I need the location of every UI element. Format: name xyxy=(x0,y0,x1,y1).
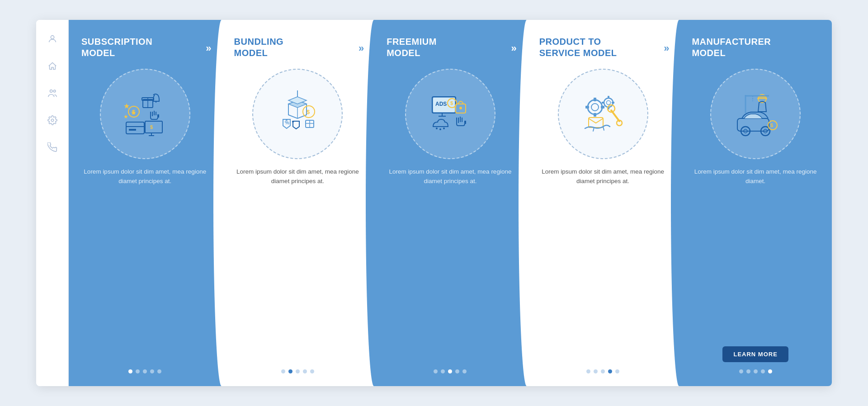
dot-2 xyxy=(441,369,445,373)
dot-5 xyxy=(768,369,772,373)
svg-point-1 xyxy=(50,90,52,93)
svg-text:ADS: ADS xyxy=(435,101,447,107)
dot-2 xyxy=(288,369,292,373)
learn-more-button[interactable]: LEARN MORE xyxy=(722,346,788,362)
manufacturer-title: MANUFACTURERMODEL xyxy=(692,36,819,59)
cards-container: » SUBSCRIPTIONMODEL ★ ★ ★ xyxy=(69,20,832,386)
svg-rect-59 xyxy=(608,96,609,99)
svg-text:$: $ xyxy=(132,109,136,115)
svg-point-48 xyxy=(436,127,438,129)
phone-icon[interactable] xyxy=(46,141,59,154)
svg-text:$: $ xyxy=(307,109,310,115)
settings-icon[interactable] xyxy=(46,114,59,127)
subscription-card: » SUBSCRIPTIONMODEL ★ ★ ★ xyxy=(69,20,222,386)
dot-1 xyxy=(739,369,743,373)
dot-3 xyxy=(448,369,452,373)
pts-title: PRODUCT TOSERVICE MODEL xyxy=(539,36,667,59)
svg-rect-56 xyxy=(601,106,604,109)
dot-1 xyxy=(128,369,132,373)
svg-rect-71 xyxy=(737,118,769,131)
dot-5 xyxy=(310,369,314,373)
dot-3 xyxy=(601,369,605,373)
svg-point-58 xyxy=(606,101,610,105)
pts-dots xyxy=(539,369,667,373)
svg-rect-55 xyxy=(585,106,589,109)
card-arrow-2: » xyxy=(359,42,364,54)
pts-card: » PRODUCT TOSERVICE MODEL xyxy=(527,20,679,386)
card-arrow-3: » xyxy=(511,42,517,54)
svg-rect-61 xyxy=(602,102,604,104)
dot-3 xyxy=(296,369,300,373)
svg-point-51 xyxy=(588,100,602,114)
svg-text:$: $ xyxy=(770,123,773,128)
home-icon[interactable] xyxy=(46,60,59,72)
dot-1 xyxy=(586,369,590,373)
dot-4 xyxy=(303,369,307,373)
manufacturer-card: MANUFACTURERMODEL xyxy=(679,20,832,386)
svg-point-49 xyxy=(439,128,441,130)
dot-4 xyxy=(608,369,612,373)
dot-3 xyxy=(754,369,758,373)
dot-4 xyxy=(455,369,459,373)
svg-text:$: $ xyxy=(450,100,453,106)
svg-point-44 xyxy=(459,107,462,109)
dot-5 xyxy=(462,369,467,373)
main-container: » SUBSCRIPTIONMODEL ★ ★ ★ xyxy=(36,20,832,386)
dot-1 xyxy=(434,369,438,373)
svg-point-2 xyxy=(53,90,56,92)
pts-description: Lorem ipsum dolor sit dim amet, mea regi… xyxy=(539,167,667,362)
card-arrow-1: » xyxy=(206,42,211,54)
dot-5 xyxy=(615,369,619,373)
svg-text:★: ★ xyxy=(123,113,128,120)
dot-4 xyxy=(761,369,765,373)
svg-point-52 xyxy=(591,104,599,111)
svg-rect-62 xyxy=(612,102,614,104)
sidebar xyxy=(36,20,69,386)
people-icon[interactable] xyxy=(46,87,59,99)
manufacturer-illustration: $ xyxy=(710,69,801,159)
subscription-dots xyxy=(81,369,209,373)
svg-text:%: % xyxy=(285,120,289,125)
dot-1 xyxy=(281,369,285,373)
svg-point-3 xyxy=(51,119,54,122)
dot-2 xyxy=(746,369,750,373)
freemium-illustration: ADS $ xyxy=(405,69,495,159)
svg-point-29 xyxy=(286,119,288,121)
manufacturer-dots xyxy=(692,369,819,373)
svg-rect-18 xyxy=(129,129,136,131)
svg-point-30 xyxy=(292,121,294,123)
dot-4 xyxy=(150,369,154,373)
svg-rect-19 xyxy=(145,121,162,133)
dot-5 xyxy=(157,369,161,373)
manufacturer-description: Lorem ipsum dolor sit dim amet, mea regi… xyxy=(692,167,819,339)
card-arrow-4: » xyxy=(664,42,669,54)
bundling-card: » BUNDLINGMODEL % xyxy=(222,20,374,386)
svg-text:$: $ xyxy=(150,124,153,130)
freemium-title: FREEMIUMMODEL xyxy=(387,36,514,59)
subscription-illustration: ★ ★ ★ $ xyxy=(100,69,190,159)
svg-rect-16 xyxy=(126,122,144,134)
user-icon[interactable] xyxy=(46,33,59,45)
freemium-card: » FREEMIUMMODEL ADS $ xyxy=(374,20,527,386)
svg-point-0 xyxy=(51,36,54,39)
subscription-title: SUBSCRIPTIONMODEL xyxy=(81,36,209,59)
freemium-dots xyxy=(387,369,514,373)
bundling-dots xyxy=(234,369,362,373)
bundling-illustration: % $ xyxy=(252,69,343,159)
subscription-description: Lorem ipsum dolor sit dim amet, mea regi… xyxy=(81,167,209,362)
svg-rect-53 xyxy=(594,98,596,101)
freemium-description: Lorem ipsum dolor sit dim amet, mea regi… xyxy=(387,167,514,362)
dot-2 xyxy=(136,369,140,373)
dot-2 xyxy=(594,369,598,373)
svg-rect-54 xyxy=(594,113,596,117)
bundling-description: Lorem ipsum dolor sit dim amet, mea regi… xyxy=(234,167,362,362)
dot-3 xyxy=(143,369,147,373)
bundling-title: BUNDLINGMODEL xyxy=(234,36,362,59)
pts-illustration xyxy=(558,69,648,159)
svg-point-50 xyxy=(443,127,445,129)
